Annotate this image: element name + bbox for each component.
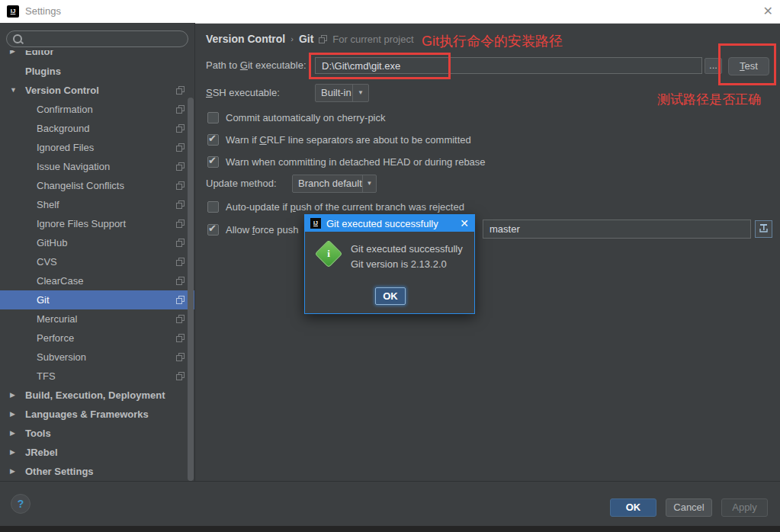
per-project-icon (176, 124, 185, 133)
per-project-icon (176, 239, 185, 247)
sidebar-item-other-settings[interactable]: Other Settings (0, 462, 194, 481)
chevron-right-icon[interactable] (10, 424, 21, 443)
per-project-icon (176, 220, 185, 228)
per-project-icon (176, 353, 185, 361)
sidebar-item-git[interactable]: Git (0, 290, 194, 309)
sidebar-item-version-control[interactable]: Version Control (0, 81, 194, 100)
checkbox-checked[interactable] (207, 224, 219, 236)
footer-divider (0, 481, 780, 482)
sidebar-scrollbar[interactable] (188, 98, 194, 481)
chevron-down-icon[interactable] (10, 81, 21, 100)
chevron-right-icon[interactable] (10, 386, 21, 405)
per-project-icon (176, 258, 185, 266)
sidebar-item-tfs[interactable]: TFS (0, 367, 194, 386)
sidebar-item-tools[interactable]: Tools (0, 424, 194, 443)
breadcrumb-version-control[interactable]: Version Control (206, 33, 285, 45)
per-project-icon (176, 86, 185, 95)
per-project-icon (176, 143, 185, 152)
dropdown-arrow-icon[interactable]: ▼ (362, 175, 376, 192)
sidebar-item-mercurial[interactable]: Mercurial (0, 309, 194, 328)
info-icon: i (315, 240, 343, 268)
per-project-icon (176, 162, 185, 171)
window-title: Settings (25, 0, 61, 23)
insert-icon-glyph (759, 223, 769, 233)
sidebar-item-plugins[interactable]: Plugins (0, 62, 194, 81)
sidebar-item-github[interactable]: GitHub (0, 233, 194, 252)
checkbox-checked[interactable] (207, 156, 219, 168)
chevron-right-icon[interactable] (10, 405, 21, 424)
path-to-git-label: Path to Git executable: (206, 57, 307, 74)
checkbox-row-force-push[interactable]: Allow force push (207, 223, 298, 236)
dropdown-arrow-icon[interactable]: ▼ (352, 85, 368, 101)
apply-button: Apply (721, 498, 768, 517)
dialog-title: Git executed successfully (326, 218, 454, 229)
dialog-ok-button[interactable]: OK (375, 287, 406, 305)
scope-label: For current project (332, 34, 413, 45)
sidebar-item-languages-frameworks[interactable]: Languages & Frameworks (0, 405, 194, 424)
update-method-dropdown[interactable]: Branch default ▼ (292, 175, 377, 193)
search-icon (13, 34, 22, 43)
insert-icon[interactable] (755, 220, 772, 238)
intellij-logo-icon: IJ (310, 218, 321, 229)
sidebar-item-perforce[interactable]: Perforce (0, 328, 194, 348)
browse-button[interactable]: ... (705, 58, 722, 74)
chevron-right-icon[interactable] (10, 443, 21, 462)
update-method-label: Update method: (206, 175, 277, 193)
window-bottom-edge (0, 526, 780, 532)
search-box[interactable] (6, 30, 188, 47)
settings-window: IJ Settings ✕ Editor Plugins Version Con… (0, 0, 780, 532)
per-project-icon (176, 105, 185, 114)
sidebar-item-issue-navigation[interactable]: Issue Navigation (0, 157, 194, 176)
breadcrumb-git: Git (299, 33, 313, 45)
per-project-icon (176, 277, 185, 285)
checkbox-row-cherry-pick[interactable]: Commit automatically on cherry-pick (207, 111, 386, 124)
dialog-message-line1: Git executed successfully (351, 243, 463, 255)
protected-branches-field[interactable] (483, 220, 751, 239)
sidebar-item-background[interactable]: Background (0, 119, 194, 138)
sidebar-item-build-execution-deployment[interactable]: Build, Execution, Deployment (0, 386, 194, 405)
sidebar-item-jrebel[interactable]: JRebel (0, 443, 194, 462)
intellij-logo-icon: IJ (7, 5, 19, 18)
cancel-button[interactable]: Cancel (666, 498, 712, 517)
breadcrumb: Version Control › Git For current projec… (206, 32, 414, 46)
help-button[interactable]: ? (11, 494, 30, 514)
git-executable-path-field[interactable] (315, 57, 702, 74)
dialog-titlebar[interactable]: IJ Git executed successfully ✕ (305, 215, 474, 232)
sidebar-item-subversion[interactable]: Subversion (0, 348, 194, 367)
checkbox-unchecked[interactable] (207, 112, 219, 123)
per-project-icon (176, 334, 185, 342)
per-project-icon (176, 315, 185, 323)
ssh-executable-dropdown[interactable]: Built-in ▼ (315, 84, 369, 102)
dialog-message-line2: Git version is 2.13.2.0 (351, 258, 447, 270)
checkbox-checked[interactable] (207, 134, 219, 146)
sidebar-divider (194, 23, 195, 481)
per-project-icon (319, 35, 327, 43)
sidebar-item-confirmation[interactable]: Confirmation (0, 100, 194, 119)
sidebar-item-cvs[interactable]: CVS (0, 252, 194, 271)
ok-button[interactable]: OK (610, 498, 656, 517)
sidebar-item-ignored-files[interactable]: Ignored Files (0, 138, 194, 157)
checkbox-unchecked[interactable] (207, 201, 219, 213)
ssh-executable-label: SSH executable: (206, 84, 280, 102)
sidebar-item-changelist-conflicts[interactable]: Changelist Conflicts (0, 176, 194, 195)
sidebar-search-area (0, 23, 194, 50)
per-project-icon (176, 372, 185, 380)
per-project-icon (176, 200, 185, 209)
dialog-close-icon[interactable]: ✕ (460, 217, 469, 229)
checkbox-row-crlf-warning[interactable]: Warn if CRLF line separators are about t… (207, 133, 471, 146)
per-project-icon (176, 181, 185, 190)
sidebar-item-shelf[interactable]: Shelf (0, 195, 194, 214)
window-titlebar: IJ Settings ✕ (0, 0, 780, 24)
sidebar-item-clearcase[interactable]: ClearCase (0, 271, 194, 290)
sidebar-item-ignore-files-support[interactable]: Ignore Files Support (0, 214, 194, 233)
test-button[interactable]: Test (728, 57, 769, 75)
annotation-test-note: 测试路径是否正确 (657, 91, 761, 108)
per-project-icon (176, 296, 185, 304)
git-result-dialog: IJ Git executed successfully ✕ i Git exe… (304, 214, 475, 314)
checkbox-row-detached-head[interactable]: Warn when committing in detached HEAD or… (207, 155, 486, 168)
breadcrumb-separator: › (290, 34, 294, 43)
search-input[interactable] (27, 32, 182, 47)
chevron-right-icon[interactable] (10, 462, 21, 481)
checkbox-row-auto-update[interactable]: Auto-update if push of the current branc… (207, 200, 464, 213)
window-close-icon[interactable]: ✕ (763, 0, 773, 23)
